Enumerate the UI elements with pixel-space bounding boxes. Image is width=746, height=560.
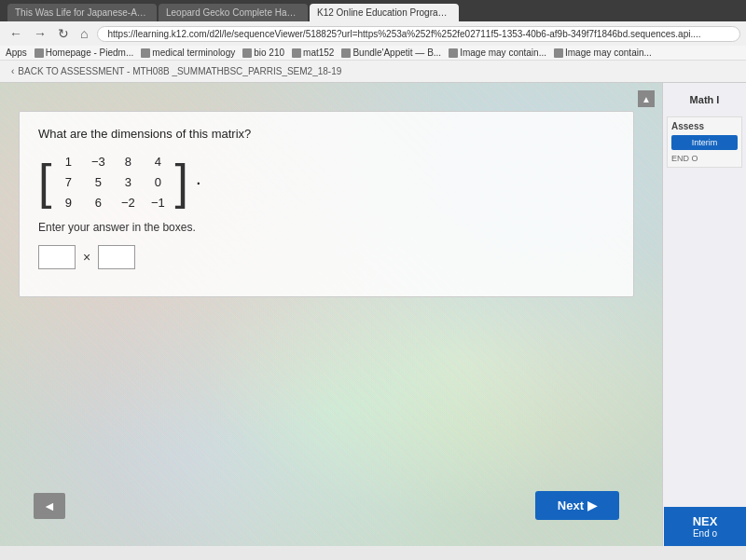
bookmark-icon — [341, 48, 351, 58]
refresh-button[interactable]: ↻ — [54, 24, 73, 43]
matrix-cell-r3c2: 6 — [85, 196, 111, 210]
right-panel-title: Math I — [667, 90, 742, 109]
matrix-cell-r2c3: 3 — [115, 175, 141, 189]
tab-japanese[interactable]: This Was Life for Japanese-Am × — [7, 4, 157, 21]
bookmark-icon — [292, 48, 301, 58]
bookmark-homepage[interactable]: Homepage - Piedm... — [35, 48, 134, 58]
matrix-container: [ 1 −3 8 4 7 5 3 0 — [38, 152, 615, 212]
bottom-next-sublabel: End o — [668, 528, 742, 539]
bookmark-bio[interactable]: bio 210 — [242, 48, 284, 58]
scroll-up-button[interactable]: ▲ — [638, 90, 655, 107]
address-field[interactable]: https://learning.k12.com/d2l/le/sequence… — [97, 26, 740, 42]
apps-bookmark[interactable]: Apps — [6, 48, 27, 58]
forward-button[interactable]: → — [30, 24, 50, 43]
question-card: What are the dimensions of this matrix? … — [19, 111, 634, 297]
tab-close-icon[interactable]: × — [151, 7, 157, 18]
left-bracket: [ — [38, 157, 51, 206]
bottom-next-label: NEX — [668, 514, 742, 528]
matrix-cell-r3c3: −2 — [115, 196, 141, 210]
next-label: Next — [558, 499, 584, 512]
back-button[interactable]: ← — [6, 24, 26, 43]
matrix-dot: · — [196, 171, 201, 193]
breadcrumb-text: BACK TO ASSESSMENT - MTH08B _SUMMATHBSC_… — [18, 66, 341, 76]
interim-button[interactable]: Interim — [671, 135, 738, 150]
assessment-section: Assess Interim END O — [667, 116, 742, 168]
matrix-cell-r1c2: −3 — [85, 155, 111, 169]
prev-button[interactable]: ◄ — [34, 493, 65, 519]
assess-label: Assess — [671, 121, 738, 131]
tab-gecko[interactable]: Leopard Gecko Complete Hab × — [159, 4, 308, 21]
bottom-next-panel[interactable]: NEX End o — [664, 507, 746, 546]
nav-bottom: ◄ Next ▶ — [19, 484, 634, 527]
question-area: ▲ What are the dimensions of this matrix… — [0, 83, 746, 546]
right-bracket: ] — [174, 157, 187, 206]
next-arrow-icon: ▶ — [587, 499, 597, 512]
dimension-rows-input[interactable] — [38, 245, 76, 269]
bookmark-icon — [242, 48, 252, 58]
matrix-cell-r3c4: −1 — [145, 196, 171, 210]
bookmark-mat[interactable]: mat152 — [292, 48, 334, 58]
bookmark-icon — [449, 48, 458, 58]
answer-boxes: × — [38, 245, 615, 269]
matrix-cell-r1c4: 4 — [145, 155, 171, 169]
content-wrapper: ‹ BACK TO ASSESSMENT - MTH08B _SUMMATHBS… — [0, 61, 746, 546]
matrix-cell-r2c2: 5 — [85, 175, 111, 189]
nav-buttons: ← → ↻ ⌂ — [6, 24, 91, 43]
browser-chrome: This Was Life for Japanese-Am × Leopard … — [0, 0, 746, 61]
bookmark-image1[interactable]: Image may contain... — [449, 48, 546, 58]
tab-close-icon[interactable]: × — [298, 7, 304, 18]
matrix-cell-r1c1: 1 — [55, 155, 81, 169]
dimension-cols-input[interactable] — [98, 245, 135, 269]
matrix-cell-r3c1: 9 — [55, 196, 81, 210]
bookmarks-bar: Apps Homepage - Piedm... medical termino… — [0, 46, 746, 61]
bookmark-image2[interactable]: Image may contain... — [554, 48, 652, 58]
matrix-cell-r2c1: 7 — [55, 175, 81, 189]
matrix-cell-r2c4: 0 — [145, 175, 171, 189]
matrix-grid: 1 −3 8 4 7 5 3 0 9 6 −2 — [55, 152, 171, 212]
matrix-cell-r1c3: 8 — [115, 155, 141, 169]
tab-bar: This Was Life for Japanese-Am × Leopard … — [7, 4, 739, 21]
next-button[interactable]: Next ▶ — [535, 491, 619, 520]
breadcrumb[interactable]: ‹ BACK TO ASSESSMENT - MTH08B _SUMMATHBS… — [0, 61, 746, 83]
bookmark-bundle[interactable]: Bundle'Appetit — B... — [341, 48, 441, 58]
bookmark-icon — [35, 48, 44, 58]
bookmark-icon — [141, 48, 150, 58]
home-button[interactable]: ⌂ — [76, 24, 91, 43]
question-text: What are the dimensions of this matrix? — [38, 127, 615, 141]
iridescent-background: ▲ What are the dimensions of this matrix… — [0, 83, 662, 546]
main-area: ‹ BACK TO ASSESSMENT - MTH08B _SUMMATHBS… — [0, 61, 746, 546]
tab-k12[interactable]: K12 Online Education Programs & × — [310, 4, 459, 21]
right-panel: Math I Assess Interim END O NEX End o — [662, 83, 746, 546]
bookmark-medical[interactable]: medical terminology — [141, 48, 235, 58]
end-label: END O — [671, 154, 738, 163]
answer-instruction: Enter your answer in the boxes. — [38, 221, 615, 234]
address-bar-row: ← → ↻ ⌂ https://learning.k12.com/d2l/le/… — [0, 21, 746, 46]
bookmark-icon — [554, 48, 563, 58]
breadcrumb-arrow: ‹ — [11, 66, 14, 76]
times-symbol: × — [83, 250, 90, 265]
